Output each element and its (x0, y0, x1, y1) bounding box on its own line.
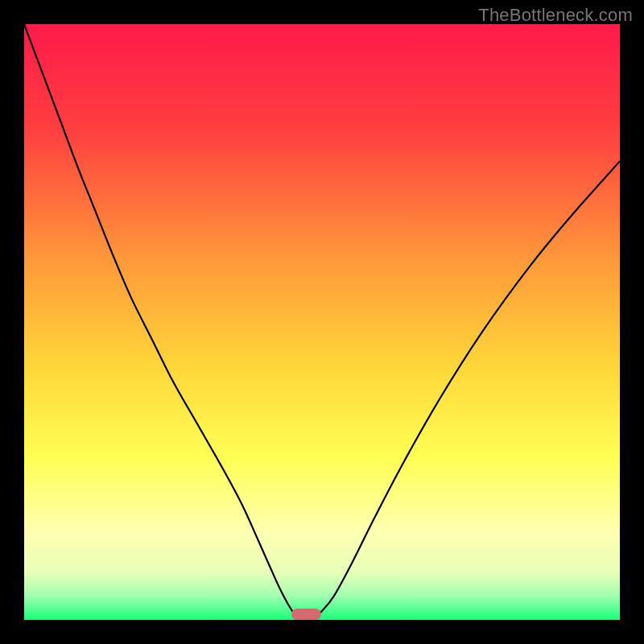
chart-background (24, 24, 620, 620)
bottleneck-chart (24, 24, 620, 620)
optimum-marker (291, 609, 321, 620)
watermark-text: TheBottleneck.com (478, 5, 633, 26)
